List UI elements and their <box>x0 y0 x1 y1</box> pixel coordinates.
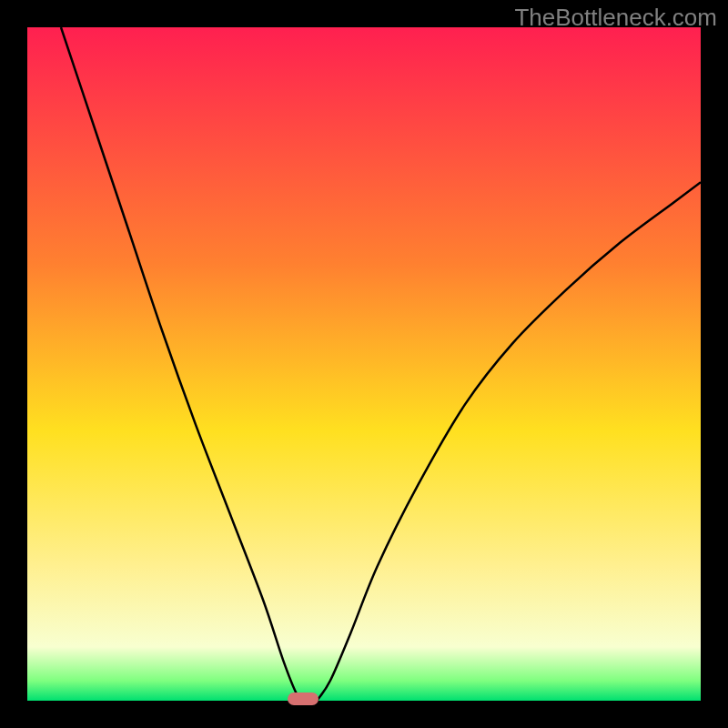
right-curve <box>317 182 701 701</box>
watermark-text: TheBottleneck.com <box>514 4 717 32</box>
bottleneck-marker <box>288 693 318 705</box>
curve-overlay <box>27 27 701 701</box>
plot-area <box>27 27 701 701</box>
left-curve <box>61 27 303 701</box>
